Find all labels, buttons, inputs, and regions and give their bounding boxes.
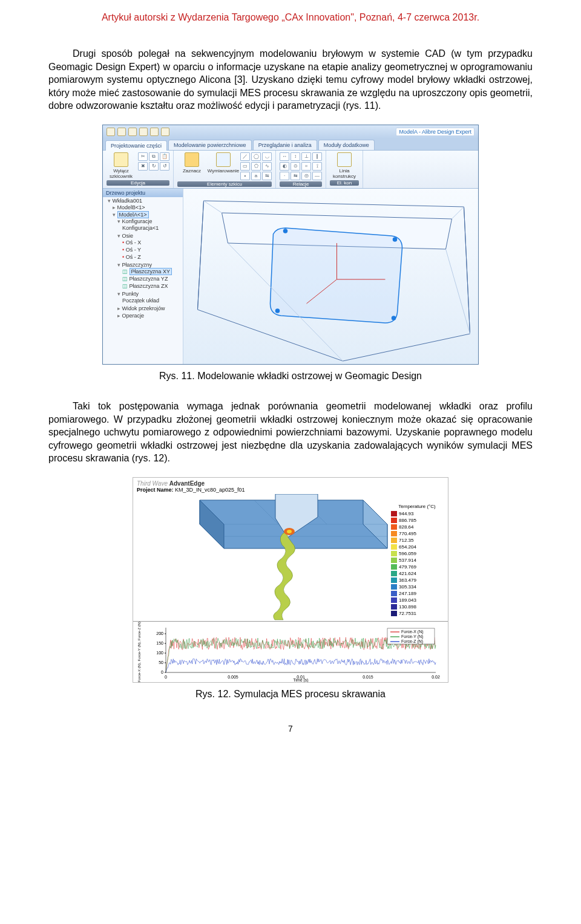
- cut-icon[interactable]: ✂: [138, 152, 148, 161]
- svg-text:200: 200: [156, 631, 163, 636]
- colorbar-row: 654.204: [391, 544, 443, 550]
- colorbar-row: 189.043: [391, 597, 443, 604]
- tree-origin[interactable]: Początek układ: [120, 297, 183, 304]
- mirror-icon[interactable]: ⇋: [262, 172, 272, 180]
- colorbar-value: 712.35: [399, 537, 413, 544]
- colorbar-value: 654.204: [399, 544, 416, 550]
- figure-11: ModelA - Alibre Design Expert Projektowa…: [48, 125, 533, 365]
- colorbar-value: 421.624: [399, 570, 416, 577]
- colorbar-row: 712.35: [391, 537, 443, 544]
- tree-config1[interactable]: Konfiguracja<1: [120, 224, 183, 232]
- tab-addons[interactable]: Moduły dodatkowe: [318, 140, 375, 150]
- figure-12: Third Wave AdvantEdge Project Name: KM_3…: [48, 477, 533, 683]
- btn-select[interactable]: Zaznacz: [177, 152, 206, 180]
- colorbar-row: 72.7531: [391, 610, 443, 617]
- tree-config[interactable]: Konfiguracje Konfiguracja<1: [115, 218, 183, 232]
- poly-icon[interactable]: ⬠: [251, 162, 261, 171]
- tree-plane-xy[interactable]: Płaszczyzna XY: [120, 268, 183, 275]
- tree-sections[interactable]: Widok przekrojów: [115, 305, 183, 312]
- svg-point-0: [284, 229, 287, 233]
- fix-icon[interactable]: ⟟: [312, 162, 322, 171]
- tree-planes[interactable]: Płaszczyzny Płaszczyzna XY Płaszczyzna Y…: [115, 261, 183, 290]
- force-ylabel: Force-X (N), Force-Y (N), Force-Z (N): [137, 622, 141, 682]
- perp-icon[interactable]: ⊥: [301, 152, 311, 161]
- open-icon[interactable]: [128, 128, 137, 136]
- tree-axis-x[interactable]: Oś - X: [120, 239, 183, 246]
- tab-analysis[interactable]: Przeglądanie i analiza: [253, 140, 317, 150]
- colorbar-row: 770.495: [391, 530, 443, 537]
- sim-project: Project Name: KM_3D_IN_vc80_ap025_f01: [137, 487, 245, 493]
- mid-icon[interactable]: ·: [280, 172, 289, 180]
- delete-icon[interactable]: ✖: [138, 162, 148, 171]
- ribbon-group-edit: Wyłącz szkicownik ✂ ⧉ 📋 ✖ ↻ ↺ Edycja: [103, 151, 174, 188]
- svg-text:0.005: 0.005: [228, 675, 238, 679]
- tab-surface[interactable]: Modelowanie powierzchniowe: [168, 140, 252, 150]
- line-icon[interactable]: ／: [240, 152, 250, 161]
- text-icon[interactable]: a: [251, 172, 261, 180]
- cad-3d-view[interactable]: [183, 189, 478, 364]
- sym-icon[interactable]: ⇆: [290, 172, 300, 180]
- collinear-icon[interactable]: —: [312, 172, 322, 180]
- svg-text:100: 100: [156, 651, 163, 655]
- colorbar-title: Temperature (°C): [391, 504, 443, 509]
- tree-title: Drzewo projektu: [103, 189, 183, 197]
- parallel-icon[interactable]: ∥: [312, 152, 322, 161]
- ribbon-group-construction: Linia konstrukcy El. kon: [326, 151, 363, 188]
- colorbar-swatch: [391, 538, 397, 543]
- feature-tree[interactable]: Drzewo projektu Wkładka001 ModelB<1> Mod…: [103, 189, 183, 364]
- tree-modela[interactable]: ModelA<1> Konfiguracje Konfiguracja<1 Os…: [110, 211, 183, 320]
- tree-plane-zx[interactable]: Płaszczyzna ZX: [120, 282, 183, 290]
- colorbar-row: 537.914: [391, 557, 443, 564]
- select-icon: [185, 152, 199, 167]
- colorbar-row: 886.785: [391, 517, 443, 524]
- btn-close-sketch[interactable]: Wyłącz szkicownik: [107, 152, 136, 179]
- equal-icon[interactable]: =: [301, 162, 311, 171]
- paste-icon[interactable]: 📋: [160, 152, 169, 161]
- tab-part-design[interactable]: Projektowanie części: [105, 140, 167, 151]
- edit-tools: ✂ ⧉ 📋 ✖ ↻ ↺: [138, 152, 169, 179]
- tree-root[interactable]: Wkładka001 ModelB<1> ModelA<1> Konfigura…: [105, 197, 183, 320]
- spline-icon[interactable]: ∿: [262, 162, 272, 171]
- tangent-icon[interactable]: ◐: [280, 162, 289, 171]
- colorbar-swatch: [391, 564, 397, 570]
- btn-dimension[interactable]: Wymiarowanie: [209, 152, 238, 180]
- construction-line-icon: [337, 152, 352, 167]
- tree-axis-z[interactable]: Oś - Z: [120, 253, 183, 261]
- tree-modelb[interactable]: ModelB<1>: [110, 204, 183, 211]
- btn-construction-line[interactable]: Linia konstrukcy: [330, 152, 359, 179]
- redo-icon[interactable]: [150, 128, 159, 136]
- arc-icon[interactable]: ◡: [262, 152, 272, 161]
- colorbar-row: 305.334: [391, 584, 443, 590]
- redo2-icon[interactable]: ↻: [149, 162, 159, 171]
- copy-icon[interactable]: ⧉: [149, 152, 159, 161]
- colorbar-value: 537.914: [399, 557, 416, 564]
- undo-icon[interactable]: [139, 128, 148, 136]
- undo2-icon[interactable]: ↺: [160, 162, 169, 171]
- sketch-tools: ／ ◯ ◡ ▭ ⬠ ∿ • a ⇋: [240, 152, 272, 180]
- colorbar-swatch: [391, 591, 397, 596]
- sketch-off-icon: [114, 152, 128, 167]
- page-header: Artykuł autorski z Wydarzenia Targowego …: [48, 12, 533, 23]
- tree-points[interactable]: Punkty Początek układ: [115, 290, 183, 305]
- vert-icon[interactable]: ↕: [290, 152, 300, 161]
- cad-window: ModelA - Alibre Design Expert Projektowa…: [102, 125, 479, 365]
- tree-axes[interactable]: Osie Oś - X Oś - Y Oś - Z: [115, 232, 183, 261]
- colorbar-value: 596.059: [399, 550, 416, 557]
- horiz-icon[interactable]: ↔: [280, 152, 289, 161]
- save-icon[interactable]: [117, 128, 126, 136]
- dimension-icon: [216, 152, 231, 167]
- tree-axis-y[interactable]: Oś - Y: [120, 246, 183, 253]
- colorbar-swatch: [391, 511, 397, 516]
- colorbar-value: 944.93: [399, 510, 413, 517]
- point-icon[interactable]: •: [240, 172, 250, 180]
- tree-operations[interactable]: Operacje: [115, 312, 183, 319]
- svg-point-16: [287, 530, 292, 533]
- print-icon[interactable]: [161, 128, 169, 136]
- ribbon-group-relations: ↔ ↕ ⊥ ∥ ◐ ⊙ = ⟟ · ⇆ ◎ — Relacje: [276, 151, 326, 188]
- coinc-icon[interactable]: ⊙: [290, 162, 300, 171]
- circle-icon[interactable]: ◯: [251, 152, 261, 161]
- concentric-icon[interactable]: ◎: [301, 172, 311, 180]
- tree-plane-yz[interactable]: Płaszczyzna YZ: [120, 275, 183, 282]
- rect-icon[interactable]: ▭: [240, 162, 250, 171]
- colorbar-value: 305.334: [399, 584, 416, 590]
